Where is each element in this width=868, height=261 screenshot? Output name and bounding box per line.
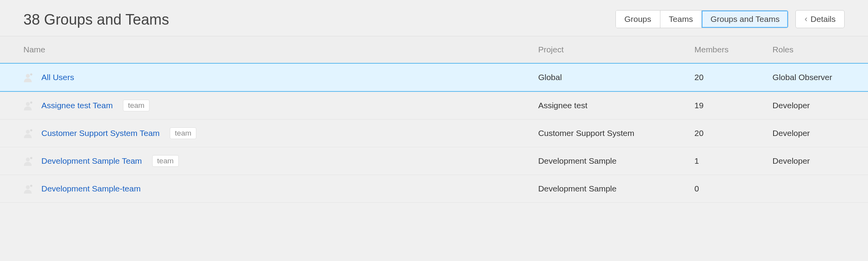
groups-table: Name Project Members Roles All UsersGlob… — [0, 36, 868, 203]
users-icon — [23, 72, 35, 83]
toolbar: Groups Teams Groups and Teams ‹ Details — [615, 10, 845, 28]
col-header-project[interactable]: Project — [538, 36, 694, 64]
users-icon — [23, 100, 35, 111]
details-button[interactable]: ‹ Details — [795, 10, 845, 28]
group-name-link[interactable]: Development Sample Team — [41, 156, 142, 166]
col-header-members[interactable]: Members — [694, 36, 772, 64]
cell-members: 0 — [694, 175, 772, 203]
page-title: 38 Groups and Teams — [23, 11, 169, 28]
cell-roles: Developer — [772, 120, 868, 147]
chevron-left-icon: ‹ — [804, 15, 807, 23]
cell-project: Development Sample — [538, 147, 694, 175]
cell-roles — [772, 175, 868, 203]
details-label: Details — [811, 14, 836, 24]
cell-members: 20 — [694, 120, 772, 147]
users-icon — [23, 155, 35, 167]
table-header-row: Name Project Members Roles — [0, 36, 868, 64]
col-header-name[interactable]: Name — [0, 36, 538, 64]
cell-project: Global — [538, 63, 694, 91]
group-name-link[interactable]: All Users — [41, 73, 74, 82]
table-row[interactable]: Assignee test TeamteamAssignee test19Dev… — [0, 91, 868, 120]
tab-teams[interactable]: Teams — [660, 11, 702, 28]
users-icon — [23, 183, 35, 195]
team-badge: team — [170, 127, 196, 139]
table-row[interactable]: Customer Support System TeamteamCustomer… — [0, 120, 868, 147]
group-name-link[interactable]: Development Sample-team — [41, 184, 141, 193]
cell-members: 20 — [694, 63, 772, 91]
cell-roles: Developer — [772, 91, 868, 120]
group-name-link[interactable]: Assignee test Team — [41, 101, 113, 110]
table-row[interactable]: Development Sample TeamteamDevelopment S… — [0, 147, 868, 175]
cell-project: Development Sample — [538, 175, 694, 203]
cell-project: Assignee test — [538, 91, 694, 120]
group-name-link[interactable]: Customer Support System Team — [41, 129, 160, 138]
team-badge: team — [123, 100, 149, 111]
cell-project: Customer Support System — [538, 120, 694, 147]
cell-members: 1 — [694, 147, 772, 175]
table-row[interactable]: Development Sample-teamDevelopment Sampl… — [0, 175, 868, 203]
table-row[interactable]: All UsersGlobal20Global Observer — [0, 63, 868, 91]
users-icon — [23, 127, 35, 139]
team-badge: team — [152, 155, 179, 167]
tab-groups-and-teams[interactable]: Groups and Teams — [702, 11, 788, 28]
cell-roles: Global Observer — [772, 63, 868, 91]
tab-groups[interactable]: Groups — [616, 11, 660, 28]
col-header-roles[interactable]: Roles — [772, 36, 868, 64]
view-tab-group: Groups Teams Groups and Teams — [615, 10, 789, 28]
cell-roles: Developer — [772, 147, 868, 175]
cell-members: 19 — [694, 91, 772, 120]
